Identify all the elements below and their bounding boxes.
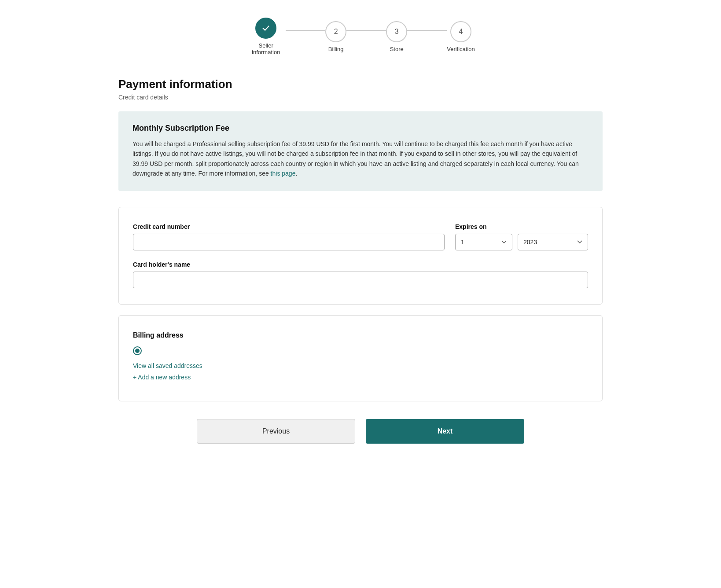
- step-3-label: Store: [390, 46, 404, 52]
- subscription-box: Monthly Subscription Fee You will be cha…: [118, 111, 603, 191]
- stepper: Seller information 2 Billing 3 Store 4 V…: [26, 13, 695, 55]
- step-verification: 4 Verification: [447, 21, 475, 52]
- radio-inner: [135, 349, 140, 353]
- step-store: 3 Store: [386, 21, 407, 52]
- page-subtitle: Credit card details: [118, 94, 603, 101]
- next-button[interactable]: Next: [366, 419, 524, 444]
- expires-selects: 1 2 3 4 5 6 7 8 9 10 11 12 2023: [455, 234, 588, 250]
- connector-3: [407, 30, 447, 31]
- billing-section: Billing address View all saved addresses…: [118, 315, 603, 401]
- credit-card-number-input[interactable]: [133, 234, 445, 250]
- step-4-circle: 4: [450, 21, 471, 42]
- credit-card-number-group: Credit card number: [133, 223, 445, 250]
- step-2-circle: 2: [325, 21, 346, 42]
- billing-heading: Billing address: [133, 331, 588, 339]
- step-3-circle: 3: [386, 21, 407, 42]
- step-1-circle: [255, 18, 276, 39]
- card-holder-label: Card holder's name: [133, 261, 588, 268]
- expires-year-select[interactable]: 2023 2024 2025 2026 2027 2028 2029 2030: [518, 234, 588, 250]
- card-holder-input[interactable]: [133, 272, 588, 288]
- step-4-label: Verification: [447, 46, 475, 52]
- subscription-body: You will be charged a Professional selli…: [132, 139, 589, 179]
- add-new-address-link[interactable]: + Add a new address: [133, 374, 588, 381]
- expires-group: Expires on 1 2 3 4 5 6 7 8 9 10 11 1: [455, 223, 588, 250]
- step-1-label: Seller information: [246, 42, 286, 55]
- subscription-body-text: You will be charged a Professional selli…: [132, 140, 579, 177]
- step-billing: 2 Billing: [325, 21, 346, 52]
- step-2-label: Billing: [328, 46, 344, 52]
- subscription-link[interactable]: this page: [271, 170, 296, 177]
- main-content: Payment information Credit card details …: [118, 77, 603, 444]
- subscription-body-end: .: [295, 170, 297, 177]
- step-seller-info: Seller information: [246, 18, 286, 55]
- credit-card-section: Credit card number Expires on 1 2 3 4 5 …: [118, 207, 603, 305]
- expires-month-select[interactable]: 1 2 3 4 5 6 7 8 9 10 11 12: [455, 234, 512, 250]
- subscription-heading: Monthly Subscription Fee: [132, 124, 589, 133]
- previous-button[interactable]: Previous: [197, 419, 355, 444]
- card-top-row: Credit card number Expires on 1 2 3 4 5 …: [133, 223, 588, 250]
- billing-address-radio[interactable]: [133, 346, 142, 355]
- expires-label: Expires on: [455, 223, 588, 230]
- connector-2: [346, 30, 386, 31]
- connector-1: [286, 30, 325, 31]
- page-title: Payment information: [118, 77, 603, 91]
- credit-card-number-label: Credit card number: [133, 223, 445, 230]
- button-row: Previous Next: [118, 419, 603, 444]
- card-holder-group: Card holder's name: [133, 261, 588, 288]
- view-saved-addresses-link[interactable]: View all saved addresses: [133, 362, 588, 369]
